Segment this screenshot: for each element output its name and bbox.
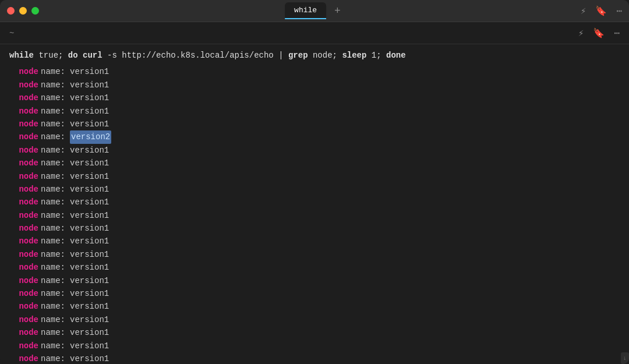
field-value: version1 — [70, 105, 109, 118]
node-keyword: node — [9, 65, 38, 78]
node-keyword: node — [9, 183, 38, 196]
field-value: version1 — [70, 65, 109, 78]
field-value: version1 — [70, 222, 109, 235]
list-item: node name:version1 — [9, 352, 620, 364]
field-value: version1 — [70, 326, 109, 339]
current-directory: ~ — [9, 29, 14, 38]
minimize-button[interactable] — [19, 7, 27, 15]
toolbar-bookmark-icon[interactable]: 🔖 — [593, 27, 605, 39]
field-name: name: — [41, 91, 65, 104]
terminal-content[interactable]: while true; do curl -s http://echo.k8s.l… — [0, 44, 629, 364]
new-tab-button[interactable]: + — [331, 4, 344, 18]
menu-icon[interactable]: ⋯ — [616, 5, 622, 17]
list-item: node name:version1 — [9, 313, 620, 326]
list-item: node name:version1 — [9, 118, 620, 130]
lightning-icon[interactable]: ⚡ — [581, 5, 586, 17]
node-keyword: node — [9, 248, 38, 261]
node-keyword: node — [9, 235, 38, 248]
maximize-button[interactable] — [31, 7, 39, 15]
field-value: version1 — [70, 183, 109, 196]
field-value: version1 — [70, 209, 109, 222]
scroll-down-indicator[interactable]: ↓ — [621, 352, 629, 364]
cmd-node-arg: node; — [313, 51, 342, 60]
field-value: version1 — [70, 313, 109, 326]
cmd-one: 1; — [372, 51, 386, 60]
field-name: name: — [41, 118, 65, 130]
traffic-lights — [7, 7, 39, 15]
field-name: name: — [41, 313, 65, 326]
cmd-curl: curl — [83, 51, 103, 60]
toolbar-menu-icon[interactable]: ⋯ — [614, 27, 620, 39]
field-name: name: — [41, 300, 65, 313]
field-name: name: — [41, 287, 65, 300]
field-name: name: — [41, 222, 65, 235]
cmd-while: while — [9, 51, 34, 60]
toolbar: ~ ⚡ 🔖 ⋯ — [0, 22, 629, 44]
field-value: version1 — [70, 261, 109, 274]
field-name: name: — [41, 196, 65, 208]
field-value: version1 — [70, 274, 109, 287]
field-value: version1 — [70, 300, 109, 313]
terminal-window: while + ⚡ 🔖 ⋯ ~ ⚡ 🔖 ⋯ while true; — [0, 0, 629, 364]
list-item: node name:version1 — [9, 170, 620, 183]
cmd-url: http://echo.k8s.local/apis/echo — [122, 51, 278, 60]
list-item: node name:version1 — [9, 248, 620, 261]
active-tab[interactable]: while — [285, 2, 326, 19]
field-name: name: — [41, 105, 65, 118]
node-keyword: node — [9, 352, 38, 364]
titlebar: while + ⚡ 🔖 ⋯ — [0, 0, 629, 22]
node-keyword: node — [9, 157, 38, 169]
field-value: version1 — [70, 157, 109, 169]
list-item: node name:version1 — [9, 157, 620, 169]
list-item: node name:version1 — [9, 274, 620, 287]
list-item: node name:version1 — [9, 326, 620, 339]
field-value: version1 — [70, 91, 109, 104]
field-name: name: — [41, 326, 65, 339]
node-keyword: node — [9, 261, 38, 274]
cmd-do: do — [68, 51, 78, 60]
cmd-dash-s: -s — [107, 51, 122, 60]
field-name: name: — [41, 65, 65, 78]
node-keyword: node — [9, 340, 38, 352]
list-item: node name:version1 — [9, 196, 620, 208]
close-button[interactable] — [7, 7, 15, 15]
field-name: name: — [41, 183, 65, 196]
list-item: node name:version1 — [9, 235, 620, 248]
field-value: version1 — [70, 352, 109, 364]
list-item: node name:version1 — [9, 65, 620, 78]
node-keyword: node — [9, 300, 38, 313]
field-value: version1 — [70, 196, 109, 208]
node-keyword: node — [9, 209, 38, 222]
field-name: name: — [41, 157, 65, 169]
bookmark-icon[interactable]: 🔖 — [595, 5, 607, 17]
content-area: ~ ⚡ 🔖 ⋯ while true; do curl -s http://ec… — [0, 22, 629, 364]
list-item: node name:version1 — [9, 105, 620, 118]
node-keyword: node — [9, 222, 38, 235]
list-item: node name:version1 — [9, 261, 620, 274]
field-value: version2 — [70, 130, 111, 143]
cmd-done: done — [386, 51, 406, 60]
field-name: name: — [41, 144, 65, 157]
field-name: name: — [41, 274, 65, 287]
field-value: version1 — [70, 79, 109, 91]
field-name: name: — [41, 248, 65, 261]
command-line: while true; do curl -s http://echo.k8s.l… — [9, 49, 620, 62]
list-item: node name:version1 — [9, 144, 620, 157]
toolbar-lightning-icon[interactable]: ⚡ — [578, 27, 584, 39]
field-name: name: — [41, 352, 65, 364]
list-item: node name:version2 — [9, 130, 620, 143]
field-value: version1 — [70, 235, 109, 248]
node-keyword: node — [9, 130, 38, 143]
cmd-grep: grep — [288, 51, 308, 60]
node-keyword: node — [9, 79, 38, 91]
field-name: name: — [41, 130, 65, 143]
field-name: name: — [41, 261, 65, 274]
node-keyword: node — [9, 287, 38, 300]
tab-title: while — [294, 6, 317, 15]
cmd-true: true; — [38, 51, 68, 60]
field-name: name: — [41, 170, 65, 183]
node-keyword: node — [9, 144, 38, 157]
list-item: node name:version1 — [9, 183, 620, 196]
node-keyword: node — [9, 313, 38, 326]
tab-bar: while + — [285, 2, 344, 19]
